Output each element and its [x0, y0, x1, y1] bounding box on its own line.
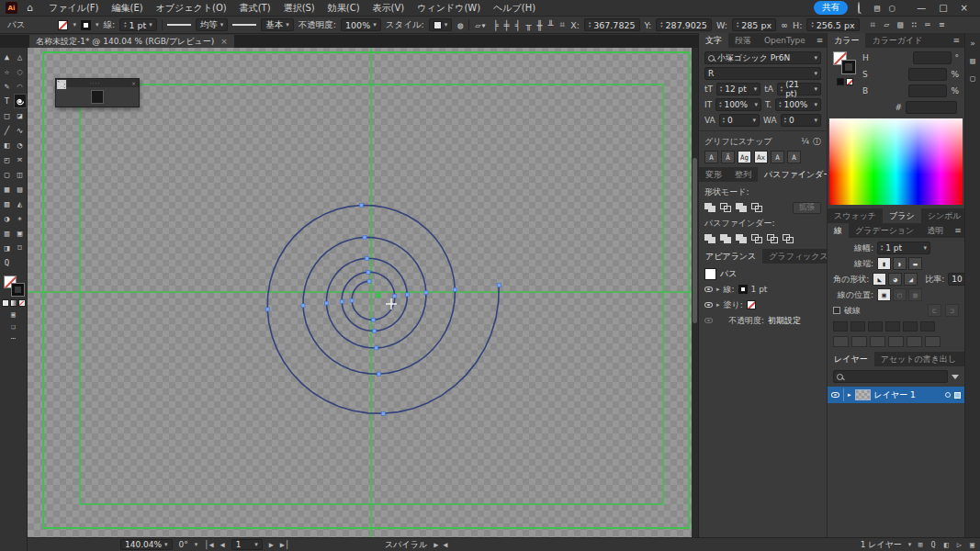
spiral-tool[interactable] [14, 94, 27, 108]
round-join-icon[interactable]: ◕ [888, 273, 902, 286]
search-icon[interactable] [851, 3, 866, 13]
align-top-icon[interactable]: ╥ [525, 20, 533, 30]
shape-props-icon[interactable]: ▱ [883, 19, 890, 30]
zoom-level-field[interactable]: 140.04%▾ [120, 539, 173, 550]
intersect-icon[interactable] [736, 203, 747, 212]
menu-item-2[interactable]: オブジェクト(O) [150, 2, 233, 15]
preferences-icon[interactable]: ≔ [924, 19, 931, 30]
appearance-fill-row[interactable]: ▸ 塗り: [704, 298, 821, 311]
minus-back-icon[interactable] [783, 234, 794, 243]
free-transform-tool[interactable]: ▢ [1, 167, 14, 182]
kerning-field[interactable]: ▴▾0▾ [719, 114, 760, 127]
draw-mode-icon[interactable]: ▣ [11, 310, 16, 319]
collapse-panels-icon[interactable]: » [970, 39, 974, 48]
align-left-icon[interactable]: ╞ [491, 20, 499, 30]
symbol-sprayer-tool[interactable]: ∗ [14, 211, 27, 226]
visibility-eye-icon[interactable] [704, 318, 713, 323]
gradient-tool[interactable]: ▧ [1, 197, 14, 211]
tab-カラーガイド[interactable]: カラーガイド [865, 33, 929, 48]
exclude-icon[interactable] [751, 203, 762, 212]
butt-cap-icon[interactable]: ▮ [877, 257, 891, 270]
trim-icon[interactable] [720, 234, 731, 243]
stroke-width-field[interactable]: ▴▾1 pt▾ [119, 18, 157, 31]
status-expand-icon[interactable]: ▶ ◀ [434, 540, 447, 549]
menu-item-7[interactable]: ウィンドウ(W) [411, 2, 487, 15]
screen-mode-icon[interactable]: ❏ [11, 322, 16, 331]
arc-tool[interactable] [75, 90, 89, 104]
tab-シンボル[interactable]: シンボル [921, 208, 968, 223]
tab-透明[interactable]: 透明 [920, 223, 950, 238]
rotation-value[interactable]: 0° [179, 540, 188, 549]
miter-join-icon[interactable]: ◣ [873, 273, 886, 286]
dash-field-1[interactable] [850, 321, 865, 332]
divide-icon[interactable] [704, 234, 715, 243]
rotate-tool[interactable]: ◔ [14, 138, 27, 152]
eraser-tool[interactable]: ◧ [1, 138, 14, 152]
arrange-documents-icon[interactable]: ▢ [884, 3, 899, 13]
dash-field-0[interactable] [833, 321, 848, 332]
stroke-width-dropdown[interactable]: ▴▾1 pt▾ [877, 242, 930, 254]
tab-アセットの書き出し[interactable]: アセットの書き出し [874, 352, 963, 366]
menu-item-1[interactable]: 編集(E) [105, 2, 149, 15]
tab-グラデーション[interactable]: グラデーション [849, 223, 920, 238]
arrow-option-2[interactable] [870, 336, 885, 347]
opacity-field[interactable]: 100%▾ [341, 18, 381, 31]
artboard-status-icon[interactable]: ▣ [970, 540, 974, 549]
polar-grid-tool[interactable] [121, 90, 135, 104]
snap-far-icon[interactable]: A [787, 151, 801, 163]
font-size-field[interactable]: ▴▾12 pt▾ [716, 83, 760, 96]
minimize-icon[interactable]: — [910, 3, 932, 13]
dash-field-4[interactable] [903, 321, 918, 332]
font-family-field[interactable]: 小塚ゴシック Pr6N▾ [704, 51, 821, 64]
tab-線[interactable]: 線 [828, 223, 849, 238]
layer-row[interactable]: ▸ レイヤー 1 [828, 387, 964, 403]
tab-変形[interactable]: 変形 [699, 167, 728, 182]
color-stroke-swatch[interactable] [842, 61, 855, 73]
palette-close-icon[interactable]: × [131, 80, 136, 86]
isolate-icon[interactable]: ▨ [896, 19, 904, 30]
arrow-option-0[interactable] [833, 336, 849, 347]
fill-swatch[interactable] [58, 20, 68, 30]
blend-tool[interactable]: ◑ [1, 211, 14, 226]
arrow-option-5[interactable] [925, 336, 941, 347]
font-style-field[interactable]: R▾ [704, 67, 821, 80]
color-h-field[interactable] [913, 51, 952, 64]
leading-field[interactable]: ▴▾(21 pt)▾ [777, 83, 821, 96]
layers-search-field[interactable] [833, 370, 948, 383]
document-setup-icon[interactable]: ◍ [456, 20, 464, 30]
reference-point-icon[interactable]: ⌗ [559, 19, 567, 30]
grid-snap-icon[interactable]: ∷ [910, 19, 918, 30]
snap-angle-icon[interactable]: A [704, 151, 718, 163]
tracking-field[interactable]: ▴▾0▾ [781, 114, 821, 127]
tab-文字[interactable]: 文字 [699, 33, 728, 48]
link-dimensions-icon[interactable]: ∞ [781, 20, 788, 30]
layer-selection-indicator[interactable] [954, 392, 961, 399]
show-panel-icon[interactable]: ▷ [957, 540, 962, 549]
transform-icon[interactable]: ⌗ [870, 19, 877, 30]
width-tool[interactable]: ≍ [14, 152, 27, 167]
tab-OpenType[interactable]: OpenType [758, 33, 812, 48]
spiral-tool[interactable] [91, 90, 105, 104]
properties-panel-icon[interactable]: ▤ [970, 56, 974, 65]
info-icon[interactable]: ⓘ [813, 136, 821, 148]
align-h-center-icon[interactable]: ╪ [502, 20, 510, 30]
tab-スウォッチ[interactable]: スウォッチ [828, 208, 883, 223]
libraries-panel-icon[interactable]: ▢ [970, 73, 974, 83]
miter-limit-field[interactable]: 10 [948, 273, 965, 286]
character-panel-menu-icon[interactable]: ≡ [812, 33, 828, 48]
first-artboard-icon[interactable]: │◀ [204, 540, 213, 549]
menu-item-5[interactable]: 効果(C) [321, 2, 366, 15]
color-spectrum[interactable] [829, 118, 963, 205]
recolor-icon[interactable]: ▱▾ [474, 20, 487, 30]
merge-icon[interactable] [736, 234, 747, 243]
preserve-dash-icon[interactable]: ⊏ [928, 304, 941, 317]
variable-width-dropdown[interactable]: 均等▾ [196, 18, 229, 31]
align-stroke-inside-icon[interactable]: ▢ [893, 288, 907, 301]
shaper-tool[interactable]: ∿ [14, 123, 27, 138]
eyedropper-tool[interactable]: ◭ [14, 197, 27, 211]
filter-icon[interactable] [952, 375, 959, 379]
appearance-opacity-row[interactable]: 不透明度: 初期設定 [704, 314, 821, 327]
menu-item-3[interactable]: 書式(T) [233, 2, 277, 15]
color-b-field[interactable] [908, 84, 947, 97]
scale-tool[interactable]: ◰ [1, 152, 14, 167]
